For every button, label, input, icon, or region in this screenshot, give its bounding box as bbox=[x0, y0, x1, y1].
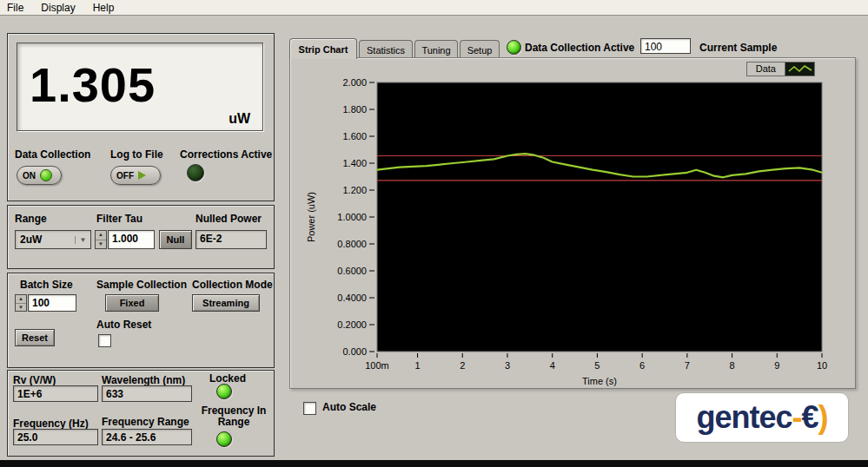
svg-text:0.000: 0.000 bbox=[342, 346, 367, 357]
logo-dash: - bbox=[792, 399, 802, 436]
tab-statistics[interactable]: Statistics bbox=[359, 40, 413, 59]
logo-o: ) bbox=[818, 399, 828, 436]
svg-text:Time (s): Time (s) bbox=[582, 376, 617, 386]
batch-size-label: Batch Size bbox=[20, 279, 73, 291]
meter-panel: 1.305 uW Data Collection Log to File Cor… bbox=[7, 33, 275, 201]
gentec-logo: gentec-€) bbox=[675, 392, 849, 443]
svg-text:1.200: 1.200 bbox=[342, 185, 367, 195]
auto-scale-checkbox[interactable] bbox=[303, 402, 316, 415]
toggle-on-indicator-icon bbox=[40, 169, 52, 181]
svg-text:7: 7 bbox=[685, 360, 690, 371]
data-collection-label: Data Collection bbox=[15, 148, 90, 161]
svg-text:3: 3 bbox=[505, 360, 510, 371]
corrections-active-led bbox=[187, 164, 204, 181]
tab-tuning[interactable]: Tuning bbox=[414, 40, 458, 59]
wavelength-field[interactable]: 633 bbox=[102, 385, 192, 402]
reset-button[interactable]: Reset bbox=[15, 329, 55, 346]
power-unit: uW bbox=[229, 111, 250, 127]
menu-bar: File Display Help bbox=[0, 0, 868, 16]
wavelength-label: Wavelength (nm) bbox=[102, 374, 185, 386]
tab-strip-chart[interactable]: Strip Chart bbox=[289, 38, 357, 59]
locked-label: Locked bbox=[209, 372, 246, 385]
range-dropdown[interactable]: 2uW ▼ bbox=[15, 230, 91, 249]
current-sample-label: Current Sample bbox=[699, 42, 777, 54]
filter-tau-label: Filter Tau bbox=[96, 213, 142, 225]
sample-collection-button[interactable]: Fixed bbox=[105, 294, 159, 312]
frequency-label: Frequency (Hz) bbox=[13, 418, 89, 430]
frequency-range-field[interactable]: 24.6 - 25.6 bbox=[102, 429, 192, 445]
spin-down-icon: ▼ bbox=[96, 240, 106, 249]
log-to-file-label: Log to File bbox=[110, 148, 163, 161]
svg-text:0.8000: 0.8000 bbox=[337, 239, 367, 249]
null-button[interactable]: Null bbox=[159, 230, 192, 249]
sensor-panel: Rv (V/W) Wavelength (nm) Locked 1E+6 633… bbox=[7, 370, 275, 457]
range-value: 2uW bbox=[16, 234, 75, 246]
menu-display[interactable]: Display bbox=[41, 2, 75, 14]
svg-text:0.4000: 0.4000 bbox=[337, 293, 367, 303]
log-to-file-toggle-state: OFF bbox=[116, 171, 134, 181]
spin-up-icon: ▲ bbox=[16, 295, 26, 304]
batch-panel: Batch Size Sample Collection Collection … bbox=[7, 273, 275, 368]
auto-scale-label: Auto Scale bbox=[322, 401, 376, 413]
log-to-file-toggle[interactable]: OFF bbox=[110, 166, 161, 185]
svg-text:0.6000: 0.6000 bbox=[337, 266, 367, 276]
data-collection-toggle-state: ON bbox=[23, 171, 36, 181]
logo-text: gentec bbox=[696, 399, 792, 436]
filter-tau-field[interactable]: 1.000 bbox=[108, 230, 155, 249]
svg-text:0.2000: 0.2000 bbox=[337, 319, 367, 330]
sample-collection-label: Sample Collection bbox=[96, 279, 187, 291]
collection-mode-label: Collection Mode bbox=[192, 279, 273, 291]
window-bottom-edge bbox=[0, 460, 868, 467]
data-collection-toggle[interactable]: ON bbox=[17, 166, 62, 185]
chevron-down-icon: ▼ bbox=[75, 236, 90, 244]
auto-reset-checkbox[interactable] bbox=[98, 334, 111, 347]
legend-plot-sample-icon bbox=[785, 62, 815, 76]
strip-chart-svg: 2.0001.8001.6001.4001.2001.00000.80000.6… bbox=[294, 74, 853, 388]
frequency-field[interactable]: 25.0 bbox=[13, 429, 98, 445]
batch-size-stepper[interactable]: ▲ ▼ bbox=[15, 294, 27, 312]
svg-text:1.400: 1.400 bbox=[342, 158, 367, 168]
svg-text:1.0000: 1.0000 bbox=[337, 212, 367, 222]
nulled-power-field[interactable]: 6E-2 bbox=[195, 230, 267, 249]
tab-setup[interactable]: Setup bbox=[460, 40, 500, 59]
svg-text:2.000: 2.000 bbox=[342, 77, 367, 88]
batch-size-field[interactable]: 100 bbox=[28, 294, 76, 312]
svg-text:100m: 100m bbox=[365, 360, 389, 371]
power-value: 1.305 bbox=[30, 43, 156, 127]
filter-tau-stepper[interactable]: ▲ ▼ bbox=[95, 230, 107, 249]
svg-text:Power (uW): Power (uW) bbox=[306, 192, 316, 242]
rv-label: Rv (V/W) bbox=[13, 374, 56, 386]
svg-text:2: 2 bbox=[460, 360, 465, 371]
corrections-active-label: Corrections Active bbox=[180, 148, 272, 161]
logo-e: € bbox=[802, 399, 818, 436]
toggle-arrow-icon bbox=[138, 171, 146, 180]
svg-text:4: 4 bbox=[550, 360, 555, 371]
svg-text:5: 5 bbox=[594, 360, 600, 371]
power-readout: 1.305 uW bbox=[17, 43, 263, 131]
svg-text:6: 6 bbox=[639, 360, 645, 371]
svg-text:9: 9 bbox=[774, 360, 779, 371]
strip-chart-page: Data 2.0001.8001.6001.4001.2001.00000.80… bbox=[289, 57, 856, 389]
auto-reset-label: Auto Reset bbox=[96, 319, 151, 331]
menu-file[interactable]: File bbox=[7, 2, 23, 14]
svg-text:1.800: 1.800 bbox=[342, 104, 367, 115]
frequency-in-range-led bbox=[216, 431, 232, 447]
legend-label: Data bbox=[746, 62, 785, 76]
frequency-in-range-label: Frequency In Range bbox=[199, 405, 268, 428]
spin-up-icon: ▲ bbox=[96, 231, 106, 240]
svg-text:10: 10 bbox=[817, 360, 827, 371]
menu-help[interactable]: Help bbox=[93, 2, 115, 14]
frequency-range-label: Frequency Range bbox=[102, 416, 189, 428]
svg-text:8: 8 bbox=[730, 360, 735, 371]
svg-text:1.600: 1.600 bbox=[342, 131, 367, 141]
current-sample-field[interactable]: 100 bbox=[640, 38, 691, 54]
range-label: Range bbox=[15, 213, 47, 225]
chart-legend[interactable]: Data bbox=[746, 62, 815, 76]
data-collection-active-label: Data Collection Active bbox=[525, 42, 634, 54]
range-panel: Range Filter Tau Nulled Power 2uW ▼ ▲ ▼ … bbox=[7, 205, 275, 269]
nulled-power-label: Nulled Power bbox=[195, 213, 262, 225]
data-collection-active-led bbox=[507, 40, 521, 55]
rv-field[interactable]: 1E+6 bbox=[13, 385, 98, 402]
collection-mode-button[interactable]: Streaming bbox=[192, 294, 260, 312]
app-window: File Display Help 1.305 uW Data Collecti… bbox=[0, 0, 868, 467]
